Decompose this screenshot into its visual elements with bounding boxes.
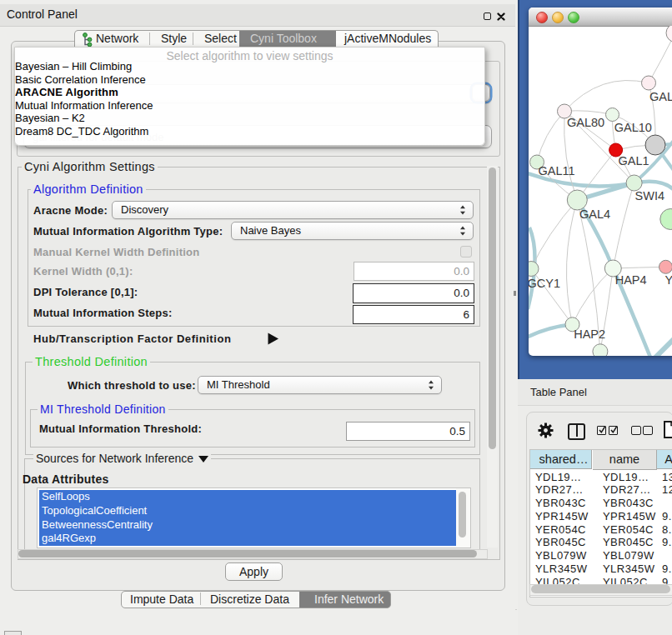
svg-text:HAP2: HAP2: [574, 328, 605, 341]
svg-text:GAL4: GAL4: [579, 208, 610, 221]
svg-text:GAL1: GAL1: [619, 154, 649, 168]
svg-text:GCY1: GCY1: [529, 277, 560, 290]
svg-text:GAL11: GAL11: [539, 164, 575, 178]
svg-text:GAL2: GAL2: [649, 90, 672, 103]
svg-text:YD: YD: [665, 273, 672, 287]
svg-text:SWI4: SWI4: [635, 189, 664, 202]
svg-text:GAL80: GAL80: [567, 116, 604, 129]
svg-text:HAP4: HAP4: [615, 273, 647, 287]
svg-text:GAL10: GAL10: [614, 121, 652, 134]
